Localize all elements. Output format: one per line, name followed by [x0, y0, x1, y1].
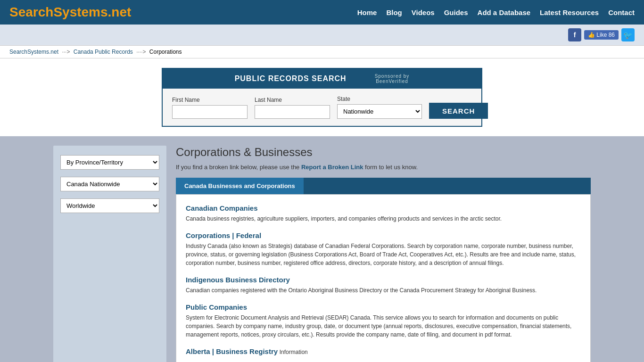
- search-widget-body: First Name Last Name State Nationwide Al…: [163, 89, 481, 126]
- logo-text: SearchSystems: [9, 5, 108, 19]
- last-name-input[interactable]: [255, 105, 330, 119]
- content-area: Corporations & Businesses If you find a …: [176, 146, 591, 362]
- broken-link-suffix: form to let us know.: [365, 164, 418, 171]
- breadcrumb: SearchSystems.net ···> Canada Public Rec…: [0, 46, 644, 58]
- nav-blog[interactable]: Blog: [386, 8, 402, 16]
- breadcrumb-sep2: ····>: [136, 49, 148, 55]
- sidebar: By Province/Territory Alberta British Co…: [53, 146, 166, 362]
- facebook-icon[interactable]: f: [568, 28, 581, 41]
- breadcrumb-parent[interactable]: Canada Public Records: [74, 49, 133, 55]
- result-public-companies: Public Companies System for Electronic D…: [186, 303, 581, 339]
- result-indigenous-business: Indigenous Business Directory Canadian c…: [186, 276, 581, 295]
- nav-contact[interactable]: Contact: [608, 8, 635, 16]
- search-button[interactable]: SEARCH: [429, 103, 488, 119]
- search-section: PUBLIC RECORDS SEARCH Sponsored by BeenV…: [0, 58, 644, 136]
- site-logo[interactable]: SearchSystems.net: [9, 5, 131, 20]
- worldwide-select[interactable]: Worldwide Australia France Germany India…: [60, 198, 159, 213]
- logo-accent: .net: [108, 5, 132, 19]
- desc-corporations-federal: Industry Canada (also known as Strategis…: [186, 242, 581, 267]
- main-nav: Home Blog Videos Guides Add a Database L…: [357, 8, 635, 16]
- search-widget-header: PUBLIC RECORDS SEARCH Sponsored by BeenV…: [163, 69, 481, 89]
- desc-indigenous-business: Canadian companies registered with the O…: [186, 286, 581, 295]
- page-title: Corporations & Businesses: [176, 146, 591, 159]
- nav-home[interactable]: Home: [357, 8, 377, 16]
- desc-public-companies: System for Electronic Document Analysis …: [186, 313, 581, 339]
- tab-canada-businesses[interactable]: Canada Businesses and Corporations: [176, 178, 304, 194]
- broken-link-prefix: If you find a broken link below, please …: [176, 164, 299, 171]
- province-territory-select[interactable]: By Province/Territory Alberta British Co…: [60, 155, 159, 170]
- nav-add-database[interactable]: Add a Database: [478, 8, 531, 16]
- main-content: By Province/Territory Alberta British Co…: [44, 136, 600, 362]
- breadcrumb-sep1: ···>: [62, 49, 71, 55]
- link-alberta-business[interactable]: Alberta | Business Registry: [186, 347, 278, 355]
- first-name-input[interactable]: [172, 105, 248, 119]
- link-indigenous-business[interactable]: Indigenous Business Directory: [186, 276, 290, 284]
- desc-alberta-business: Information: [280, 349, 308, 355]
- desc-canadian-companies: Canada business registries, agriculture …: [186, 214, 581, 223]
- first-name-label: First Name: [172, 97, 248, 103]
- result-alberta-business: Alberta | Business Registry Information: [186, 347, 581, 355]
- twitter-icon[interactable]: 🐦: [621, 28, 635, 41]
- nav-guides[interactable]: Guides: [444, 8, 468, 16]
- broken-link-notice: If you find a broken link below, please …: [176, 164, 591, 171]
- result-canadian-companies: Canadian Companies Canada business regis…: [186, 204, 581, 223]
- state-select[interactable]: Nationwide Alabama Alaska: [337, 104, 422, 119]
- last-name-label: Last Name: [255, 97, 330, 103]
- state-label: State: [337, 96, 422, 102]
- state-group: State Nationwide Alabama Alaska: [337, 96, 422, 119]
- results-panel: Canadian Companies Canada business regis…: [176, 194, 591, 362]
- social-bar: f 👍 Like 86 🐦: [0, 25, 644, 46]
- result-corporations-federal: Corporations | Federal Industry Canada (…: [186, 231, 581, 267]
- search-widget: PUBLIC RECORDS SEARCH Sponsored by BeenV…: [162, 68, 482, 127]
- tab-bar: Canada Businesses and Corporations: [176, 178, 591, 194]
- link-public-companies[interactable]: Public Companies: [186, 303, 247, 311]
- canada-nationwide-select[interactable]: Canada Nationwide Alberta British Columb…: [60, 177, 159, 191]
- first-name-group: First Name: [172, 97, 248, 119]
- last-name-group: Last Name: [255, 97, 330, 119]
- breadcrumb-current: Corporations: [149, 49, 182, 55]
- breadcrumb-home[interactable]: SearchSystems.net: [9, 49, 58, 55]
- link-corporations-federal[interactable]: Corporations | Federal: [186, 231, 261, 239]
- site-header: SearchSystems.net Home Blog Videos Guide…: [0, 0, 644, 25]
- facebook-like-button[interactable]: 👍 Like 86: [584, 30, 619, 40]
- sponsored-label: Sponsored by BeenVerified: [375, 74, 410, 84]
- report-broken-link[interactable]: Report a Broken Link: [301, 164, 363, 171]
- link-canadian-companies[interactable]: Canadian Companies: [186, 204, 258, 212]
- search-title: PUBLIC RECORDS SEARCH: [235, 74, 347, 83]
- nav-videos[interactable]: Videos: [412, 8, 435, 16]
- nav-latest-resources[interactable]: Latest Resources: [540, 8, 599, 16]
